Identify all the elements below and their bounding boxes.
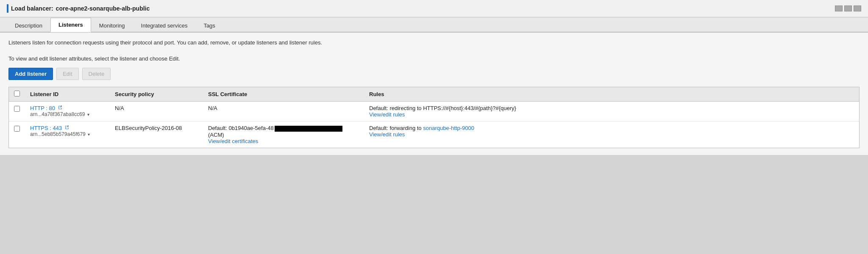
row1-listener-id-text: HTTP : 80 (30, 105, 55, 111)
row1-external-link-icon (58, 105, 62, 110)
row1-listener-id-cell: HTTP : 80 arn...4a78f367aba8cc69 ▾ (25, 102, 110, 121)
listeners-table-container: Listener ID Security policy SSL Certific… (8, 87, 860, 148)
row2-security-policy-cell: ELBSecurityPolicy-2016-08 (110, 121, 203, 148)
row1-ssl-cert-cell: N/A (203, 102, 364, 121)
window-controls (835, 6, 861, 11)
restore-button[interactable] (844, 6, 852, 11)
add-listener-button[interactable]: Add listener (8, 68, 53, 80)
edit-button[interactable]: Edit (56, 68, 78, 80)
row1-rules-default: Default: redirecting to HTTPS://#{host}:… (369, 105, 516, 111)
header-label: Load balancer: (11, 5, 53, 12)
row2-rules-cell: Default: forwarding to sonarqube-http-90… (364, 121, 859, 148)
description-text-2: To view and edit listener attributes, se… (8, 55, 860, 62)
row2-listener-id-cell: HTTPS : 443 arn...5eb85b579a45f679 ▾ (25, 121, 110, 148)
minimize-button[interactable] (835, 6, 843, 11)
row2-ssl-cert-link[interactable]: View/edit certificates (208, 138, 258, 144)
row2-checkbox-cell (9, 121, 25, 148)
col-header-security-policy: Security policy (110, 87, 203, 102)
tab-listeners[interactable]: Listeners (50, 18, 91, 32)
row2-ssl-cert-label: Default: 0b1940ae-5efa-48 (208, 125, 274, 131)
delete-button[interactable]: Delete (82, 68, 111, 80)
row1-checkbox[interactable] (14, 106, 20, 112)
row2-arn-dropdown[interactable]: ▾ (88, 132, 90, 137)
col-header-listener-id: Listener ID (25, 87, 110, 102)
row2-ssl-cert-suffix: (ACM) (208, 132, 224, 138)
table-row: HTTPS : 443 arn...5eb85b579a45f679 ▾ ELB… (9, 121, 859, 148)
col-header-rules: Rules (364, 87, 859, 102)
row1-arn: arn...4a78f367aba8cc69 ▾ (30, 111, 105, 117)
table-row: HTTP : 80 arn...4a78f367aba8cc69 ▾ N/A (9, 102, 859, 121)
header-title: Load balancer: core-apne2-sonarqube-alb-… (7, 4, 150, 13)
actions-row: Add listener Edit Delete (8, 68, 860, 80)
row2-external-link-icon (65, 125, 69, 130)
row2-arn: arn...5eb85b579a45f679 ▾ (30, 131, 105, 137)
description-text-1: Listeners listen for connection requests… (8, 39, 860, 46)
table-header-row: Listener ID Security policy SSL Certific… (9, 87, 859, 102)
row1-security-policy-cell: N/A (110, 102, 203, 121)
close-button[interactable] (854, 6, 861, 11)
tab-integrated-services[interactable]: Integrated services (133, 19, 196, 32)
listeners-table: Listener ID Security policy SSL Certific… (9, 87, 859, 148)
col-checkbox (9, 87, 25, 102)
row2-listener-id-text: HTTPS : 443 (30, 125, 62, 131)
row2-rules-target-link[interactable]: sonarqube-http-9000 (423, 125, 474, 131)
row1-rules-link[interactable]: View/edit rules (369, 111, 405, 118)
tab-tags[interactable]: Tags (195, 19, 223, 32)
row2-listener-id-link[interactable]: HTTPS : 443 (30, 125, 69, 131)
select-all-checkbox[interactable] (14, 91, 20, 97)
tab-monitoring[interactable]: Monitoring (91, 19, 133, 32)
content-area: Listeners listen for connection requests… (0, 33, 868, 155)
row1-rules-cell: Default: redirecting to HTTPS://#{host}:… (364, 102, 859, 121)
row2-rules-link[interactable]: View/edit rules (369, 131, 405, 138)
row2-checkbox[interactable] (14, 126, 20, 132)
header-bar: Load balancer: core-apne2-sonarqube-alb-… (0, 0, 868, 17)
tabs-bar: Description Listeners Monitoring Integra… (0, 17, 868, 33)
row1-checkbox-cell (9, 102, 25, 121)
load-balancer-name: core-apne2-sonarqube-alb-public (56, 5, 150, 12)
row1-arn-dropdown[interactable]: ▾ (87, 112, 89, 117)
accent-bar (7, 4, 8, 13)
row2-ssl-cert-redacted (275, 126, 342, 132)
row2-ssl-cert-cell: Default: 0b1940ae-5efa-48(ACM) View/edit… (203, 121, 364, 148)
row2-rules-default: Default: forwarding to (369, 125, 423, 131)
tab-description[interactable]: Description (7, 19, 50, 32)
col-header-ssl-cert: SSL Certificate (203, 87, 364, 102)
row1-listener-id-link[interactable]: HTTP : 80 (30, 105, 62, 111)
